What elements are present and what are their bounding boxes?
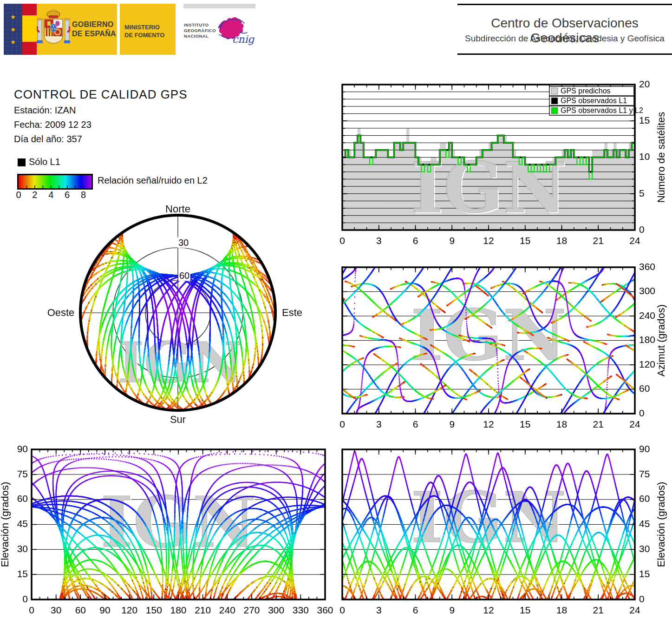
cnig-label: cnig [232, 33, 254, 45]
instituto-geografico-block: INSTITUTO GEOGRÁFICO NACIONAL cnig [176, 4, 255, 55]
flag-yellow-band [22, 15, 37, 42]
solo-l1-swatch [18, 158, 26, 166]
gps-quality-report-page: ★ ★ ★ [0, 0, 672, 626]
report-title: CONTROL DE CALIDAD GPS [14, 87, 188, 102]
colorbar-tick-label: 4 [48, 190, 53, 200]
gray-strip [183, 4, 255, 8]
gobierno-label-line2: DE ESPAÑA [72, 29, 116, 39]
skyplot-east-label: Este [282, 307, 302, 319]
flag-red-band [22, 42, 37, 55]
colorbar-label: Relación señal/ruido en L2 [98, 175, 208, 186]
elevation-time-chart [337, 443, 672, 626]
ign-label-line3: NACIONAL [184, 33, 216, 39]
day-of-year-label: Día del año: 357 [14, 134, 82, 145]
ign-label-line2: GEOGRÁFICO [184, 28, 216, 33]
colorbar-tick-label: 2 [32, 190, 37, 200]
skyplot-ring30-label: 30 [177, 237, 189, 248]
azimuth-time-chart [337, 261, 672, 430]
ministerio-label-line2: DE FOMENTO [124, 31, 164, 39]
center-subtitle: Subdirección de Astronomía, Geodesia y G… [457, 33, 672, 44]
colorbar-tick-label: 8 [81, 190, 86, 200]
solo-l1-label: Sólo L1 [29, 157, 60, 167]
header-rule [457, 4, 672, 5]
cnig-logo: cnig [212, 14, 254, 51]
skyplot-north-label: Norte [165, 203, 190, 215]
header-rule [457, 53, 672, 55]
ministerio-block: MINISTERIO DE FOMENTO [120, 4, 176, 55]
satellites-count-chart [337, 78, 672, 246]
date-label: Fecha: 2009 12 23 [14, 119, 91, 130]
colorbar-tick-label: 0 [16, 190, 21, 200]
flag-stars-stripe: ★ ★ ★ [4, 4, 22, 55]
ministerio-label-line1: MINISTERIO [124, 23, 164, 31]
gobierno-block: GOBIERNO DE ESPAÑA [37, 4, 117, 55]
star-icon: ★ [10, 14, 16, 20]
colorbar-tick-label: 6 [65, 190, 70, 200]
center-header: Centro de Observaciones Geodésicas Subdi… [457, 4, 672, 55]
star-icon: ★ [10, 26, 16, 33]
flag-red-band [22, 4, 37, 15]
elevation-azimuth-chart [0, 443, 335, 626]
skyplot-ring60-label: 60 [178, 270, 190, 281]
snr-colorbar [17, 174, 93, 190]
spain-flag-stripe [22, 4, 37, 55]
gobierno-label-line1: GOBIERNO [72, 20, 116, 29]
station-label: Estación: IZAN [14, 105, 76, 116]
skyplot-south-label: Sur [170, 414, 186, 426]
ign-label-line1: INSTITUTO [184, 22, 216, 28]
star-icon: ★ [10, 39, 16, 45]
skyplot-chart [41, 203, 312, 433]
skyplot-west-label: Oeste [47, 307, 75, 319]
escudo-espana-icon [37, 8, 70, 51]
